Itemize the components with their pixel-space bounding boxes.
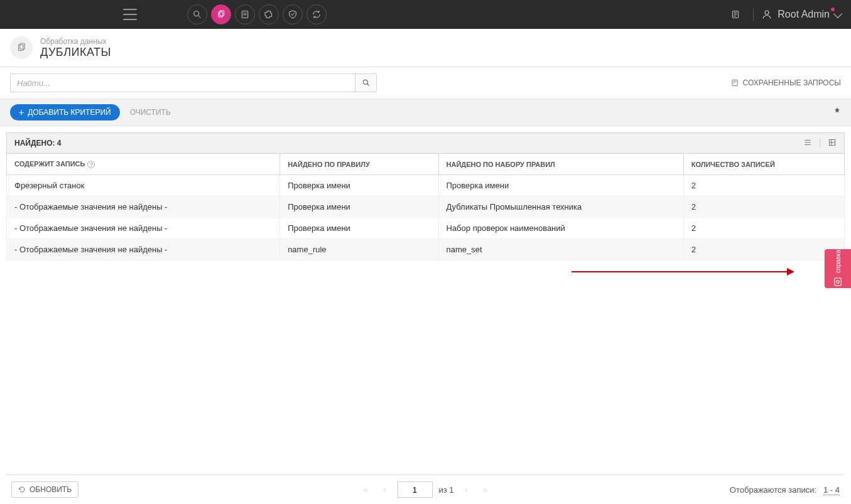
search-field-wrap [10,73,377,92]
cell-by_ruleset: Набор проверок наименований [438,218,683,239]
page-title: ДУБЛИКАТЫ [40,46,111,59]
svg-rect-2 [220,11,224,16]
prev-page-button[interactable]: ‹ [378,483,391,496]
table-row[interactable]: - Отображаемые значения не найдены -name… [7,239,845,260]
plus-icon: + [19,108,24,117]
clear-button[interactable]: ОЧИСТИТЬ [130,108,171,117]
svg-rect-7 [20,43,25,49]
refresh-label: ОБНОВИТЬ [30,485,72,494]
pin-icon[interactable] [833,105,841,117]
topbar-right: Root Admin [725,4,841,24]
separator [820,138,820,148]
cell-by_ruleset: Проверка имени [438,175,683,196]
nav-sync-icon[interactable] [306,4,327,24]
page-icon [10,36,33,59]
svg-rect-6 [19,45,24,51]
col-contains[interactable]: СОДЕРЖИТ ЗАПИСЬ? [7,154,280,175]
nav-puzzle-icon[interactable] [259,4,279,24]
refresh-button[interactable]: ОБНОВИТЬ [11,481,79,498]
cell-by_rule: Проверка имени [280,218,438,239]
cell-by_ruleset: Дубликаты Промышленная техника [438,196,683,218]
add-criteria-label: ДОБАВИТЬ КРИТЕРИЙ [28,108,111,117]
last-page-button[interactable]: » [479,483,492,496]
top-nav-icons [187,4,327,24]
saved-queries-button[interactable]: СОХРАНЕННЫЕ ЗАПРОСЫ [730,78,841,87]
cell-contains: - Отображаемые значения не найдены - [7,218,280,239]
svg-point-0 [194,11,199,16]
cell-count: 2 [683,218,844,239]
notification-dot-icon [831,8,835,11]
nav-search-icon[interactable] [187,4,207,24]
svg-point-12 [837,280,840,283]
svg-rect-11 [835,278,842,286]
cell-by_rule: Проверка имени [280,196,438,218]
columns-settings-icon[interactable] [828,138,837,147]
cell-count: 2 [683,175,844,196]
list-settings-icon[interactable] [803,138,812,147]
cell-by_ruleset: name_set [438,239,683,260]
user-menu[interactable]: Root Admin [761,9,841,20]
page-input[interactable] [397,481,432,498]
nav-duplicates-icon[interactable] [211,4,231,24]
table-row[interactable]: - Отображаемые значения не найдены -Пров… [7,218,845,239]
svg-rect-1 [219,12,223,17]
content-area: НАЙДЕНО: 4 СОДЕРЖИТ ЗАПИСЬ? НАЙДЕНО ПО П… [0,126,851,267]
svg-point-8 [363,80,367,84]
notifications-icon[interactable] [725,4,745,24]
annotation-arrow [572,268,794,276]
cell-count: 2 [683,196,844,218]
found-count: НАЙДЕНО: 4 [14,139,62,147]
add-criteria-button[interactable]: +ДОБАВИТЬ КРИТЕРИЙ [10,104,120,121]
help-tab-label: справка [835,250,842,273]
refresh-icon [18,486,26,493]
col-count[interactable]: КОЛИЧЕСТВО ЗАПИСЕЙ [683,154,844,175]
search-input[interactable] [11,74,355,92]
cell-contains: - Отображаемые значения не найдены - [7,239,280,260]
criteria-bar: +ДОБАВИТЬ КРИТЕРИЙ ОЧИСТИТЬ [0,99,851,126]
svg-rect-3 [242,11,247,18]
records-info: Отображаются записи: 1 - 4 [730,485,840,495]
separator [753,8,754,21]
footer: ОБНОВИТЬ « ‹ из 1 › » Отображаются запис… [6,475,845,498]
svg-point-5 [765,11,769,14]
page-header: Обработка данных ДУБЛИКАТЫ [0,29,851,67]
results-header: НАЙДЕНО: 4 [6,132,845,154]
nav-document-icon[interactable] [235,4,255,24]
cell-by_rule: name_rule [280,239,438,260]
shown-label: Отображаются записи: [730,485,816,495]
next-page-button[interactable]: › [460,483,473,496]
help-book-icon [832,276,843,287]
topbar: Root Admin [0,0,851,29]
page-of-label: из 1 [438,485,453,495]
help-tab[interactable]: справка [825,249,851,288]
nav-shield-icon[interactable] [283,4,303,24]
saved-queries-label: СОХРАНЕННЫЕ ЗАПРОСЫ [743,78,841,87]
col-by-rule[interactable]: НАЙДЕНО ПО ПРАВИЛУ [280,154,438,175]
first-page-button[interactable]: « [359,483,372,496]
cell-by_rule: Проверка имени [280,175,438,196]
pagination: « ‹ из 1 › » [359,481,491,498]
search-row: СОХРАНЕННЫЕ ЗАПРОСЫ [0,67,851,99]
table-row[interactable]: - Отображаемые значения не найдены -Пров… [7,196,845,218]
panel-actions [803,138,837,148]
cell-contains: Фрезерный станок [7,175,280,196]
help-icon[interactable]: ? [87,161,95,168]
col-by-ruleset[interactable]: НАЙДЕНО ПО НАБОРУ ПРАВИЛ [438,154,683,175]
breadcrumb: Обработка данных [40,37,111,46]
menu-toggle-icon[interactable] [123,9,137,20]
chevron-down-icon [833,9,842,18]
cell-contains: - Отображаемые значения не найдены - [7,196,280,218]
search-button[interactable] [355,74,376,92]
user-icon [761,9,772,20]
bookmark-icon [730,78,739,87]
results-table: СОДЕРЖИТ ЗАПИСЬ? НАЙДЕНО ПО ПРАВИЛУ НАЙД… [6,154,845,260]
user-name: Root Admin [778,9,830,20]
cell-count: 2 [683,239,844,260]
shown-range[interactable]: 1 - 4 [823,485,840,495]
table-row[interactable]: Фрезерный станокПроверка имениПроверка и… [7,175,845,196]
